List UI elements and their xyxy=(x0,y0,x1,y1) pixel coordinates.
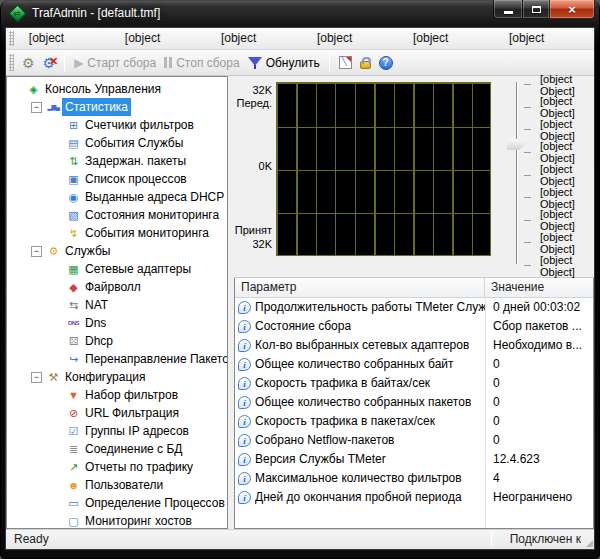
axis-zero-value: 0K xyxy=(234,160,272,172)
table-row[interactable]: i Скорость трафика в байтах/сек 0 xyxy=(235,374,593,393)
column-header-value[interactable]: Значение xyxy=(485,278,593,297)
tree-item-nat[interactable]: − ⇆ NAT xyxy=(7,296,227,314)
info-icon: i xyxy=(238,320,251,333)
tree-item-delayed-packets[interactable]: − ⇅ Задержан. пакеты xyxy=(7,152,227,170)
tree-item-statistics[interactable]: − ▂▆▄ Статистика xyxy=(7,98,227,116)
client-area: [object Object][object Object][object Ob… xyxy=(6,28,594,549)
shield-icon: ◆ xyxy=(65,278,82,296)
packet-arrows-icon: ⇅ xyxy=(65,152,82,170)
parameter-value: 12.4.623 xyxy=(485,450,593,469)
stop-capture-button[interactable]: Стоп сбора xyxy=(160,54,243,72)
reset-counters-button[interactable]: Обнулить xyxy=(244,54,324,72)
tree-item-packet-redirect[interactable]: − ↪ Перенаправление Пакетов xyxy=(7,350,227,368)
tree-item-users[interactable]: − ☻ Пользователи xyxy=(7,476,227,494)
tick-mark-icon xyxy=(524,129,531,130)
host-monitor-icon: ▢ xyxy=(65,512,82,529)
settings-button[interactable]: ⚙ xyxy=(18,54,39,72)
table-row[interactable]: i Продолжительность работы TMeter Служ..… xyxy=(235,298,593,317)
tree-item-traffic-reports[interactable]: − ↗ Отчеты по трафику xyxy=(7,458,227,476)
tree-item-dns[interactable]: − DNS Dns xyxy=(7,314,227,332)
minimize-icon xyxy=(504,11,513,14)
tree-item-service-events[interactable]: − ▤ События Службы xyxy=(7,134,227,152)
table-row[interactable]: i Скорость трафика в пакетах/сек 0 xyxy=(235,412,593,431)
table-row[interactable]: i Кол-во выбранных сетевых адаптеров Нео… xyxy=(235,336,593,355)
axis-received-label: Принят xyxy=(234,224,272,236)
info-icon: i xyxy=(238,491,251,504)
table-row[interactable]: i Собрано Netflow-пакетов 0 xyxy=(235,431,593,450)
scale-row: [object Object] xyxy=(524,79,590,90)
dns-icon: DNS xyxy=(65,314,82,332)
expander-icon[interactable]: − xyxy=(31,372,42,383)
scale-row: [object Object] xyxy=(524,237,590,248)
toolbar-grip xyxy=(9,54,14,72)
scale-row: [object Object] xyxy=(524,102,590,113)
parameter-name: Скорость трафика в пакетах/сек xyxy=(255,412,435,431)
column-header-parameter[interactable]: Параметр xyxy=(235,278,485,297)
table-row[interactable]: i Максимальное количество фильтров 4 xyxy=(235,469,593,488)
table-row[interactable]: i Версия Службы TMeter 12.4.623 xyxy=(235,450,593,469)
main-area: − ◈ Консоль Управления − ▂▆▄ Статистика … xyxy=(6,76,594,529)
title-bar[interactable]: ⇄ TrafAdmin - [default.tmf] × xyxy=(0,0,600,28)
tree-item-ip-groups[interactable]: − ☑ Группы IP адресов xyxy=(7,422,227,440)
tree-item-monitoring-events[interactable]: − ↯ События мониторинга xyxy=(7,224,227,242)
disconnect-service-button[interactable]: ⚙✕ xyxy=(39,54,60,72)
close-button[interactable]: × xyxy=(549,0,595,19)
tree-item-url-filtering[interactable]: − ⊘ URL Фильтрация xyxy=(7,404,227,422)
table-row[interactable]: i Дней до окончания пробной периода Неог… xyxy=(235,488,593,507)
expander-icon[interactable]: − xyxy=(31,246,42,257)
tree-item-db-connection[interactable]: − ≣ Соединение с БД xyxy=(7,440,227,458)
report-arrow-icon: ↗ xyxy=(65,458,82,476)
tree-item-process-list[interactable]: − ▣ Список процессов xyxy=(7,170,227,188)
parameter-name: Состояние сбора xyxy=(255,317,351,336)
redirect-arrow-icon: ↪ xyxy=(65,350,82,368)
tree-item-dhcp-leases[interactable]: − ◉ Выданные адреса DHCP xyxy=(7,188,227,206)
tree-item-network-adapters[interactable]: − ▦ Сетевые адаптеры xyxy=(7,260,227,278)
menu-item[interactable]: [object Object] xyxy=(114,28,210,49)
console-icon: ◈ xyxy=(25,80,42,98)
start-capture-button[interactable]: ▶ Старт сбора xyxy=(70,54,160,72)
funnel-icon: ▼ xyxy=(65,386,82,404)
menu-item[interactable]: [object Object] xyxy=(498,28,594,49)
toolbar-separator xyxy=(64,54,65,72)
menu-item[interactable]: [object Object] xyxy=(210,28,306,49)
tree-item-services[interactable]: − ⚙ Службы xyxy=(7,242,227,260)
maximize-button[interactable] xyxy=(522,0,550,19)
menu-item[interactable]: [object Object] xyxy=(402,28,498,49)
parameter-name: Максимальное количество фильтров xyxy=(255,469,462,488)
table-row[interactable]: i Состояние сбора Сбор пакетов ... xyxy=(235,317,593,336)
scale-slider-track[interactable] xyxy=(516,82,518,264)
scale-labels: [object Object] [object Object] [object … xyxy=(524,79,590,271)
parameter-value: 0 xyxy=(485,412,593,431)
tree-item-dhcp[interactable]: − ⚄ Dhcp xyxy=(7,332,227,350)
tree-item-console-root[interactable]: − ◈ Консоль Управления xyxy=(7,80,227,98)
table-row[interactable]: i Общее количество собранных пакетов 0 xyxy=(235,393,593,412)
tree-item-process-detection[interactable]: − ▭ Определение Процессов xyxy=(7,494,227,512)
lock-button[interactable] xyxy=(356,54,375,71)
toolbar-grip xyxy=(9,31,14,46)
help-button[interactable]: ? xyxy=(375,54,397,72)
table-rows: i Продолжительность работы TMeter Служ..… xyxy=(235,298,593,507)
table-row[interactable]: i Общее количество собранных байт 0 xyxy=(235,355,593,374)
minimize-button[interactable] xyxy=(493,0,523,19)
parameter-value: 0 xyxy=(485,355,593,374)
info-icon: i xyxy=(238,377,251,390)
expander-icon[interactable]: − xyxy=(31,102,42,113)
right-panel: 32K Перед. 0K Принят 32K [object Object] xyxy=(234,76,594,529)
tree-item-filter-counters[interactable]: − ⊞ Счетчики фильтров xyxy=(7,116,227,134)
parameter-value: 4 xyxy=(485,469,593,488)
tree-item-filter-set[interactable]: − ▼ Набор фильтров xyxy=(7,386,227,404)
tree-item-monitoring-states[interactable]: − ▧ Состояния мониторинга xyxy=(7,206,227,224)
tree-item-configuration[interactable]: − ⚒ Конфигурация xyxy=(7,368,227,386)
resize-grip-icon[interactable]: ◢ xyxy=(586,539,593,548)
menu-item[interactable]: [object Object] xyxy=(306,28,402,49)
edit-report-button[interactable] xyxy=(335,54,356,71)
parameters-table: Параметр Значение i Продолжительность ра… xyxy=(234,278,594,529)
status-separator xyxy=(491,533,492,546)
parameter-name: Общее количество собранных байт xyxy=(255,355,454,374)
lock-icon xyxy=(360,61,371,69)
parameter-name: Общее количество собранных пакетов xyxy=(255,393,471,412)
connection-status: Подключен к xyxy=(510,530,581,549)
tree-item-firewall[interactable]: − ◆ Файрволл xyxy=(7,278,227,296)
menu-item[interactable]: [object Object] xyxy=(18,28,114,49)
tree-item-host-monitoring[interactable]: − ▢ Мониторинг хостов xyxy=(7,512,227,529)
